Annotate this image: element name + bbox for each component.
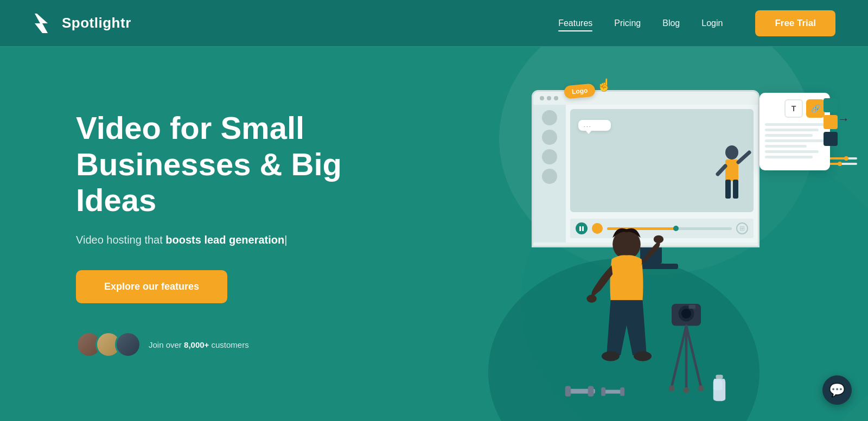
sidebar-circle-4	[542, 169, 557, 184]
svg-point-9	[654, 235, 663, 244]
chat-button[interactable]: 💬	[822, 375, 852, 405]
dot-3	[554, 96, 558, 100]
customers-row: Join over 8,000+ customers	[76, 331, 401, 358]
speech-bubble: . . .	[578, 120, 611, 131]
customization-panel: T 🔗 →	[760, 93, 830, 170]
cursor-icon: ☝	[597, 78, 611, 92]
fitness-person-svg	[575, 220, 678, 410]
slider-track-2	[830, 163, 857, 165]
brand-name: Spotlightr	[62, 15, 131, 31]
nav-features[interactable]: Features	[558, 18, 592, 28]
slider-dot-2	[838, 162, 842, 166]
slider-controls	[830, 157, 857, 165]
hero-content: Video for Small Businesses & Big Ideas V…	[76, 110, 401, 358]
svg-point-1	[725, 145, 738, 160]
monitor-person-svg	[710, 142, 754, 212]
customers-suffix: customers	[209, 340, 248, 349]
svg-marker-0	[35, 14, 48, 33]
dot-2	[547, 96, 551, 100]
nav-blog[interactable]: Blog	[662, 18, 680, 28]
panel-line-4	[765, 139, 825, 142]
link-icon-box: 🔗	[806, 99, 825, 118]
sidebar-circle-3	[542, 149, 557, 164]
hero-section: Video for Small Businesses & Big Ideas V…	[0, 47, 868, 421]
hero-title-line1: Video for Small	[76, 110, 304, 145]
svg-line-18	[686, 326, 701, 387]
svg-rect-23	[565, 386, 571, 396]
mini-slider-2	[830, 163, 857, 165]
hero-subtitle: Video hosting that boosts lead generatio…	[76, 234, 401, 246]
panel-line-5	[765, 145, 807, 148]
svg-rect-15	[689, 305, 696, 309]
text-icon-box: T	[784, 99, 803, 118]
panel-line-2	[765, 129, 819, 131]
mini-slider-1	[830, 157, 857, 160]
monitor-sidebar	[533, 105, 566, 243]
svg-line-6	[718, 166, 725, 174]
logo-icon	[33, 11, 56, 35]
chat-icon: 💬	[829, 382, 845, 398]
svg-point-20	[684, 387, 690, 393]
panel-lines	[765, 123, 825, 158]
color-swatches	[824, 98, 838, 146]
hero-cursor: |	[284, 234, 287, 246]
panel-line-7	[765, 156, 813, 158]
svg-rect-28	[716, 375, 723, 379]
customers-count: 8,000+	[184, 340, 209, 349]
dot-1	[540, 96, 544, 100]
svg-point-21	[698, 385, 704, 391]
hero-subtitle-bold: boosts lead generation	[165, 234, 284, 246]
panel-line-1	[765, 123, 825, 126]
hero-illustration: Logo ☝	[434, 63, 846, 410]
svg-point-8	[586, 295, 596, 303]
nav-pricing[interactable]: Pricing	[614, 18, 641, 28]
explore-features-button[interactable]: Explore our features	[76, 270, 227, 303]
panel-arrow-icon: →	[838, 112, 850, 126]
navbar: Spotlightr Features Pricing Blog Login F…	[0, 0, 868, 47]
svg-point-10	[602, 351, 620, 361]
svg-point-14	[681, 309, 691, 318]
svg-point-11	[634, 351, 652, 361]
hero-title-line2: Businesses & Big Ideas	[76, 146, 342, 218]
nav-login[interactable]: Login	[701, 18, 723, 28]
swatch-yellow	[824, 115, 838, 129]
hero-subtitle-prefix: Video hosting that	[76, 234, 165, 246]
panel-line-3	[765, 134, 813, 137]
svg-line-5	[738, 152, 749, 162]
panel-line-6	[765, 150, 819, 153]
svg-rect-2	[725, 160, 738, 181]
logo-area[interactable]: Spotlightr	[33, 11, 131, 35]
monitor-video-area: . . .	[570, 109, 754, 212]
svg-rect-3	[725, 180, 731, 199]
nav-links: Features Pricing Blog Login Free Trial	[558, 10, 835, 36]
sidebar-circle-1	[542, 110, 557, 125]
slider-dot-1	[844, 156, 848, 161]
swatch-teal	[824, 98, 838, 112]
panel-icon-row: T 🔗	[765, 99, 825, 118]
customers-prefix: Join over	[149, 340, 184, 349]
slider-track-1	[830, 157, 857, 160]
fullscreen-icon: ⊞	[736, 222, 748, 234]
hero-title: Video for Small Businesses & Big Ideas	[76, 110, 401, 219]
avatar-group	[76, 331, 141, 358]
sidebar-circle-2	[542, 130, 557, 145]
avatar-3	[115, 331, 141, 358]
svg-rect-4	[733, 180, 738, 199]
water-bottle-svg	[712, 372, 727, 405]
customers-text: Join over 8,000+ customers	[149, 340, 249, 349]
free-trial-button[interactable]: Free Trial	[755, 10, 835, 36]
swatch-dark	[824, 132, 838, 146]
